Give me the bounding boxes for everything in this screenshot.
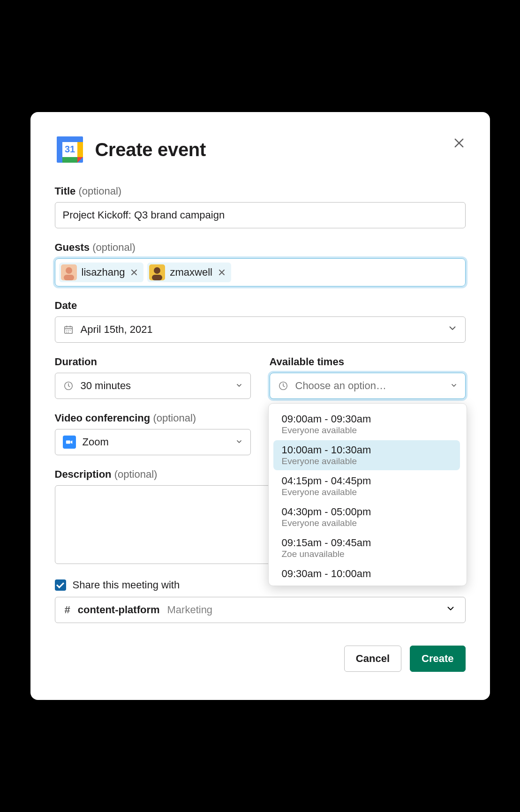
option-time: 09:30am - 10:00am: [282, 568, 452, 580]
chevron-down-icon: [235, 380, 243, 392]
available-time-option[interactable]: 09:15am - 09:45amZoe unavailable: [273, 533, 460, 563]
date-field: Date April 15th, 2021: [55, 300, 466, 343]
duration-label: Duration: [55, 356, 97, 368]
guests-label: Guests: [55, 241, 90, 253]
available-time-option[interactable]: 10:00am - 10:30amEveryone available: [273, 440, 460, 470]
channel-workspace: Marketing: [167, 604, 213, 616]
chevron-down-icon: [235, 436, 243, 448]
title-input[interactable]: [63, 209, 458, 221]
close-icon: [452, 136, 466, 150]
cancel-button[interactable]: Cancel: [344, 646, 401, 672]
create-event-modal: 31 Create event Title (optional) Guests …: [30, 112, 490, 700]
option-subtitle: Everyone available: [282, 456, 452, 466]
remove-guest-button[interactable]: [217, 268, 226, 277]
available-times-field: Available times Choose an option… 09:00a…: [270, 356, 466, 399]
share-checkbox[interactable]: [55, 579, 66, 591]
svg-rect-23: [66, 440, 70, 444]
modal-footer: Cancel Create: [55, 646, 466, 672]
duration-field: Duration 30 minutes: [55, 356, 251, 399]
clock-icon: [63, 380, 74, 391]
description-label: Description: [55, 468, 112, 480]
avatar-icon: [61, 264, 77, 280]
channel-name: content-platform: [78, 604, 160, 616]
chevron-down-icon: [447, 323, 458, 336]
svg-rect-11: [152, 275, 162, 280]
zoom-icon: [63, 436, 76, 449]
hash-icon: #: [65, 604, 70, 616]
svg-rect-2: [77, 142, 83, 157]
video-optional: (optional): [153, 412, 196, 424]
option-subtitle: Everyone available: [282, 425, 452, 436]
option-subtitle: Everyone available: [282, 487, 452, 497]
modal-title: Create event: [95, 139, 206, 160]
svg-point-16: [66, 330, 67, 331]
svg-text:31: 31: [64, 144, 75, 154]
svg-point-10: [154, 267, 160, 274]
video-value: Zoom: [83, 436, 109, 448]
clock-icon: [278, 380, 289, 391]
remove-guest-button[interactable]: [129, 268, 139, 277]
guest-name: zmaxwell: [170, 266, 212, 278]
available-times-label: Available times: [270, 356, 344, 368]
close-icon: [218, 269, 226, 276]
available-time-option[interactable]: 09:30am - 10:00am: [273, 564, 460, 584]
available-times-placeholder: Choose an option…: [295, 380, 386, 392]
share-channel-select[interactable]: # content-platform Marketing: [55, 597, 466, 623]
title-field: Title (optional): [55, 185, 466, 228]
video-label: Video conferencing: [55, 412, 151, 424]
duration-value: 30 minutes: [81, 380, 131, 392]
svg-point-7: [66, 267, 72, 274]
video-conferencing-select[interactable]: Zoom: [55, 429, 251, 455]
date-select[interactable]: April 15th, 2021: [55, 316, 466, 343]
available-times-dropdown: 09:00am - 09:30amEveryone available10:00…: [268, 403, 467, 586]
guest-name: lisazhang: [82, 266, 125, 278]
option-subtitle: Everyone available: [282, 518, 452, 528]
share-label: Share this meeting with: [73, 579, 180, 591]
guest-chip: lisazhang: [59, 263, 144, 282]
svg-rect-3: [62, 157, 77, 163]
svg-rect-8: [64, 275, 74, 280]
close-icon: [130, 269, 138, 276]
chevron-down-icon: [450, 380, 458, 392]
duration-select[interactable]: 30 minutes: [55, 373, 251, 399]
create-button[interactable]: Create: [410, 646, 465, 672]
calendar-icon: [63, 324, 74, 335]
available-time-option[interactable]: 04:30pm - 05:00pmEveryone available: [273, 502, 460, 532]
chevron-down-icon: [445, 603, 456, 617]
google-calendar-icon: 31: [55, 135, 85, 165]
svg-point-19: [66, 332, 67, 333]
date-value: April 15th, 2021: [81, 323, 153, 336]
guests-field: Guests (optional) lisazhang zmaxwell: [55, 241, 466, 286]
duration-available-row: Duration 30 minutes Available times Choo…: [55, 356, 466, 412]
guest-chip: zmaxwell: [147, 263, 231, 282]
svg-point-17: [68, 330, 69, 331]
option-time: 04:30pm - 05:00pm: [282, 506, 452, 518]
option-time: 10:00am - 10:30am: [282, 444, 452, 456]
title-label: Title: [55, 185, 76, 197]
option-time: 04:15pm - 04:45pm: [282, 475, 452, 487]
date-label: Date: [55, 300, 77, 311]
option-time: 09:15am - 09:45am: [282, 537, 452, 549]
guests-input[interactable]: lisazhang zmaxwell: [55, 258, 466, 286]
avatar-icon: [149, 264, 165, 280]
available-time-option[interactable]: 04:15pm - 04:45pmEveryone available: [273, 471, 460, 501]
description-optional: (optional): [114, 468, 158, 480]
video-conferencing-field: Video conferencing (optional) Zoom: [55, 412, 251, 455]
available-time-option[interactable]: 09:00am - 09:30amEveryone available: [273, 409, 460, 439]
available-times-list[interactable]: 09:00am - 09:30amEveryone available10:00…: [270, 408, 466, 585]
title-optional: (optional): [78, 185, 121, 197]
option-time: 09:00am - 09:30am: [282, 413, 452, 425]
guests-optional: (optional): [92, 241, 136, 253]
close-button[interactable]: [452, 136, 466, 150]
available-times-select[interactable]: Choose an option… 09:00am - 09:30amEvery…: [270, 373, 466, 399]
svg-point-20: [68, 332, 69, 333]
svg-point-18: [69, 330, 70, 331]
option-subtitle: Zoe unavailable: [282, 549, 452, 559]
